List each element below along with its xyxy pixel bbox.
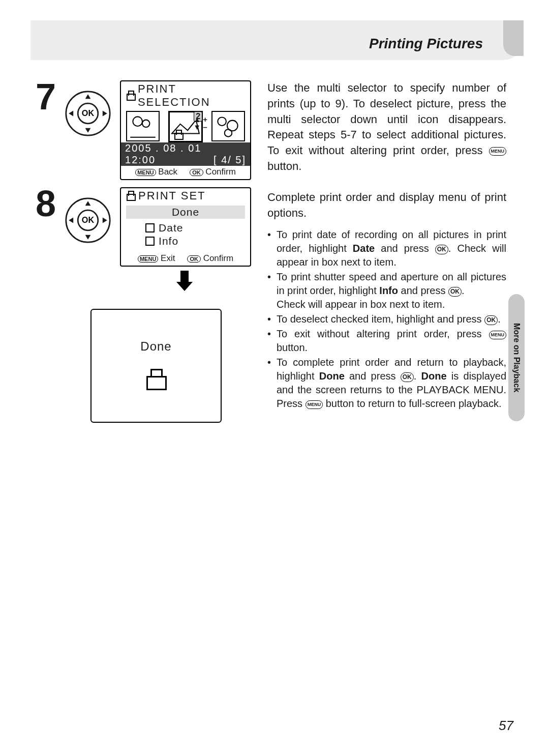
photo-counter: [ 4/ 5] (214, 154, 246, 166)
print-icon (125, 91, 135, 101)
ok-icon: OK (190, 169, 203, 176)
footer-back: MENU Back (135, 167, 177, 177)
manual-page: Printing Pictures 7 OK (0, 0, 549, 756)
screen-title-row: PRINT SELECTION (121, 81, 250, 110)
checkbox-icon (145, 237, 155, 246)
ok-icon: OK (187, 255, 201, 263)
step8-intro: Complete print order and display menu of… (267, 190, 506, 221)
menu-done: Done (126, 206, 245, 219)
svg-marker-18 (103, 218, 107, 223)
page-number: 57 (499, 718, 513, 734)
multi-selector-icon: OK (65, 91, 111, 136)
list-item: To deselect checked item, highlight and … (267, 312, 506, 326)
list-item: To print shutter speed and aperture on a… (267, 270, 506, 311)
svg-point-9 (218, 117, 226, 126)
page-header: Printing Pictures (36, 20, 524, 66)
screen-title-row: PRINT SET (121, 188, 250, 203)
screen-info-bar: 12:00 [ 4/ 5] (121, 154, 250, 166)
svg-point-11 (224, 129, 231, 136)
thumbnail (211, 111, 245, 141)
svg-marker-5 (69, 111, 73, 117)
svg-text:OK: OK (82, 215, 95, 224)
bullet-list: To print date of recording on all pictur… (267, 228, 506, 411)
done-label: Done (140, 339, 171, 354)
svg-marker-15 (85, 201, 91, 206)
print-icon (173, 130, 183, 140)
menu-info: Info (126, 235, 245, 247)
screen-footer: MENU Exit OK Confirm (121, 252, 250, 266)
left-column: 7 OK (36, 80, 249, 423)
svg-marker-16 (85, 235, 91, 240)
print-icon (144, 369, 168, 392)
svg-marker-4 (85, 128, 91, 133)
svg-marker-17 (69, 218, 73, 223)
photo-time: 12:00 (125, 154, 156, 166)
checkbox-icon (145, 223, 155, 232)
svg-point-7 (133, 117, 143, 126)
ok-icon: OK (401, 372, 414, 382)
photo-date: 2005 . 08 . 01 (125, 142, 201, 154)
menu-icon: MENU (306, 400, 323, 409)
done-screen: Done (90, 309, 222, 423)
menu-icon: MENU (138, 255, 158, 263)
svg-marker-3 (85, 94, 91, 99)
ok-icon: OK (448, 287, 462, 297)
footer-confirm: OK Confirm (187, 253, 233, 264)
ok-icon: OK (484, 315, 498, 325)
list-item: To print date of recording on all pictur… (267, 228, 506, 269)
step7-text: Use the multi selector to specify number… (267, 80, 506, 175)
thumbnail (126, 111, 160, 141)
footer-exit: MENU Exit (138, 253, 175, 264)
thumbnail-row: 2 ▲ +▼ – (121, 110, 250, 142)
screen-title: PRINT SELECTION (138, 82, 246, 109)
list-item: To exit without altering print order, pr… (267, 327, 506, 355)
screen-title: PRINT SET (138, 189, 206, 202)
plus-minus-icon: ▲ +▼ – (193, 115, 207, 131)
step-7: 7 OK (36, 80, 249, 180)
svg-marker-20 (176, 282, 193, 291)
svg-rect-19 (180, 271, 189, 282)
thumbnail-selected: 2 ▲ +▼ – (168, 111, 203, 142)
footer-confirm: OK Confirm (190, 167, 236, 177)
print-icon (125, 191, 135, 201)
svg-point-8 (142, 120, 149, 127)
svg-marker-6 (103, 111, 107, 117)
header-corner-tab (503, 20, 524, 56)
step-8: 8 OK (36, 187, 249, 302)
right-column: Use the multi selector to specify number… (267, 80, 506, 423)
section-tab: More on Playback (508, 294, 525, 421)
print-set-screen: PRINT SET Done Date Info MENU Exit OK Co… (120, 187, 251, 267)
print-selection-screen: PRINT SELECTION 2 ▲ +▼ – (120, 80, 251, 180)
ok-icon: OK (435, 245, 448, 254)
menu-icon: MENU (135, 169, 156, 176)
multi-selector-icon: OK (65, 197, 111, 243)
step-number: 7 (36, 80, 56, 180)
list-item: To complete print order and return to pl… (267, 356, 506, 411)
page-title: Printing Pictures (369, 36, 483, 52)
step-number: 8 (36, 187, 56, 302)
screen-info-bar: 2005 . 08 . 01 (121, 142, 250, 154)
menu-date: Date (126, 222, 245, 234)
menu-icon: MENU (489, 147, 507, 156)
svg-text:OK: OK (82, 108, 95, 118)
screen-footer: MENU Back OK Confirm (121, 166, 250, 179)
down-arrow-icon (120, 270, 249, 297)
menu-icon: MENU (489, 331, 507, 339)
